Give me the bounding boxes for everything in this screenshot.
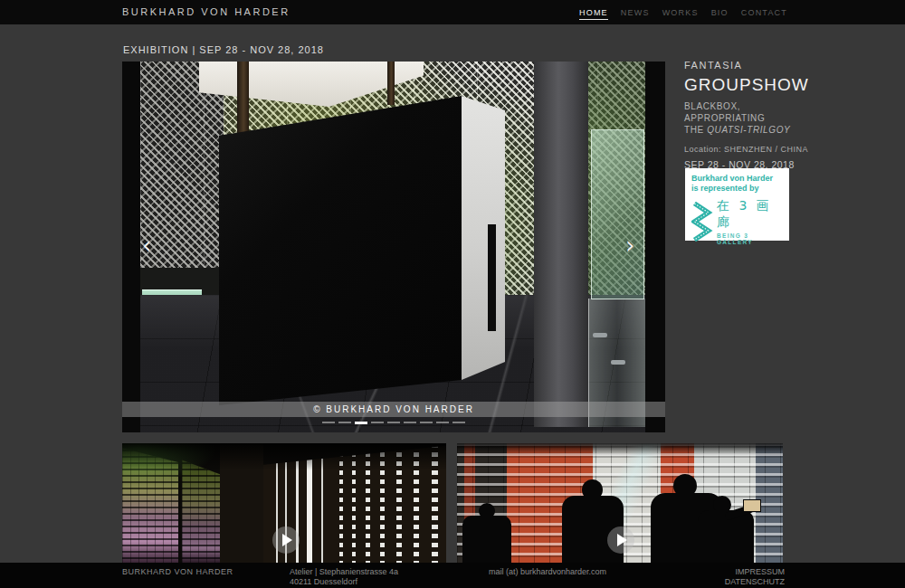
photo-thin-post	[387, 62, 395, 105]
exhibition-series: FANTASIA	[684, 60, 820, 71]
gallery-name-cjk: 在 3 画廊	[717, 198, 784, 231]
badge-artist-name: Burkhard von Harder	[691, 174, 784, 184]
site-brand[interactable]: BURKHARD VON HARDER	[122, 6, 291, 17]
exhibition-title: GROUPSHOW	[684, 75, 820, 95]
photo-blackbox-door	[488, 224, 496, 331]
photo-glass-case	[591, 129, 644, 299]
photo-column	[534, 62, 588, 427]
photo-left-edge	[122, 62, 140, 432]
carousel-dot[interactable]	[338, 422, 351, 423]
photo-right-edge	[645, 62, 665, 432]
photo-blackbox-side	[462, 96, 505, 380]
footer-address: Atelier | Stephanienstrasse 4a 40211 Due…	[290, 567, 398, 587]
subtitle-plain: THE	[684, 125, 707, 135]
nav-item-works[interactable]: WORKS	[662, 8, 699, 20]
badge-represented-by: is represented by	[691, 184, 784, 194]
play-button-icon[interactable]	[607, 526, 634, 554]
exhibition-info: FANTASIA GROUPSHOW BLACKBOX, APPROPRIATI…	[684, 60, 820, 170]
nav-item-bio[interactable]: BIO	[711, 8, 729, 20]
video2-phone-screen	[743, 499, 761, 512]
gallery-zigzag-logo-icon	[691, 202, 713, 242]
video2-ceiling-shadow	[457, 443, 783, 456]
gallery-badge[interactable]: Burkhard von Harder is represented by 在 …	[685, 168, 789, 241]
nav-item-news[interactable]: NEWS	[621, 8, 650, 20]
carousel-dot[interactable]	[322, 422, 335, 423]
exhibition-location: Location: SHENZHEN / CHINA	[684, 145, 820, 154]
photo-caption-bar: © BURKHARD VON HARDER	[122, 402, 665, 417]
footer-address-line1: Atelier | Stephanienstrasse 4a	[290, 567, 398, 577]
video-thumbnail-1[interactable]	[122, 443, 446, 563]
main-nav: HOME NEWS WORKS BIO CONTACT	[579, 8, 787, 20]
exhibition-heading: EXHIBITION | SEP 28 - NOV 28, 2018	[123, 44, 324, 55]
gallery-name-en: BEING 3 GALLERY	[717, 232, 784, 245]
footer-legal-links: IMPRESSUM DATENSCHUTZ	[725, 567, 785, 587]
carousel-dot[interactable]	[387, 422, 400, 423]
top-bar: BURKHARD VON HARDER HOME NEWS WORKS BIO …	[0, 0, 905, 24]
footer-link-datenschutz[interactable]: DATENSCHUTZ	[725, 577, 785, 587]
video2-visitor-body	[462, 516, 511, 563]
badge-gallery-text: 在 3 画廊 BEING 3 GALLERY	[717, 198, 784, 245]
video-thumbnail-2[interactable]	[457, 443, 783, 563]
carousel-dot[interactable]	[371, 422, 384, 423]
photo-caption: © BURKHARD VON HARDER	[313, 404, 474, 414]
nav-item-contact[interactable]: CONTACT	[741, 8, 787, 20]
carousel-dot[interactable]	[404, 422, 416, 423]
nav-item-home[interactable]: HOME	[579, 8, 608, 20]
carousel-next-arrow-icon[interactable]: ›	[625, 235, 634, 255]
play-button-icon[interactable]	[272, 526, 300, 554]
footer-brand: BURKHARD VON HARDER	[122, 567, 233, 577]
carousel-prev-arrow-icon[interactable]: ‹	[142, 235, 151, 255]
badge-logo-row: 在 3 画廊 BEING 3 GALLERY	[691, 198, 784, 245]
footer-email-link[interactable]: mail (at) burkhardvonharder.com	[489, 567, 606, 577]
carousel-dot[interactable]	[452, 422, 465, 423]
carousel-dot[interactable]	[355, 422, 367, 424]
photo-glass-clamp	[593, 333, 607, 337]
footer-link-impressum[interactable]: IMPRESSUM	[725, 567, 785, 577]
carousel-dot[interactable]	[436, 422, 449, 423]
exhibition-subtitle-line1: BLACKBOX, APPROPRIATING	[684, 100, 820, 124]
photo-bronze-post	[237, 62, 249, 139]
carousel-dot[interactable]	[420, 422, 433, 423]
photo-blackbox-front	[219, 96, 462, 411]
footer-address-line2: 40211 Duesseldorf	[290, 577, 398, 587]
subtitle-italic: QUATSI-TRILGOY	[707, 125, 790, 135]
photo-glass-clamp	[611, 360, 625, 365]
video1-ceiling-shadow	[122, 443, 446, 470]
carousel-dots	[122, 422, 665, 424]
exhibition-subtitle-line2: THE QUATSI-TRILGOY	[684, 124, 820, 136]
footer: BURKHARD VON HARDER Atelier | Stephanien…	[0, 563, 905, 588]
exhibition-photo-carousel: ‹ › © BURKHARD VON HARDER	[122, 62, 665, 432]
